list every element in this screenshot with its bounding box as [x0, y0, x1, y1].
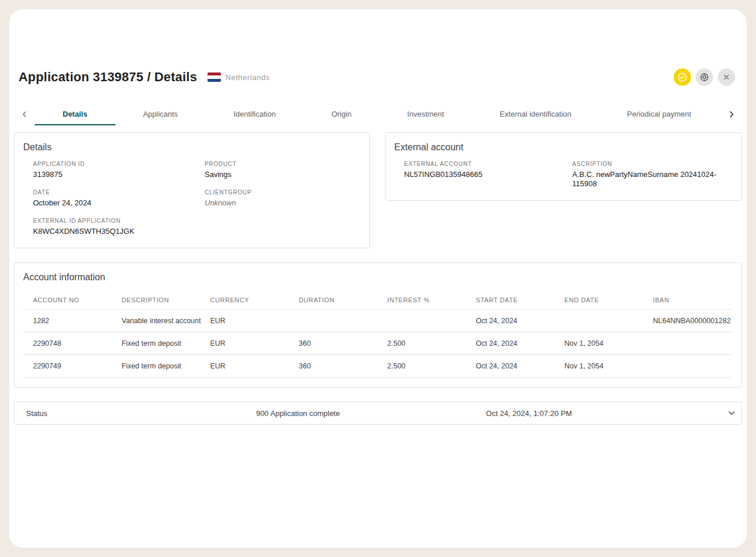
status-timestamp: Oct 24, 2024, 1:07:20 PM — [486, 409, 716, 418]
external-account-card-title: External account — [394, 141, 732, 154]
table-cell: Oct 24, 2024 — [467, 355, 555, 378]
chevron-left-icon — [20, 110, 29, 119]
field-product: PRODUCT Savings — [205, 161, 360, 179]
status-bar[interactable]: Status 900 Application complete Oct 24, … — [14, 402, 742, 425]
field-label: APPLICATION ID — [33, 161, 205, 167]
table-cell: Variable interest account — [112, 310, 201, 332]
table-cell — [555, 310, 644, 332]
header-actions — [674, 68, 735, 86]
field-value: 3139875 — [33, 170, 205, 179]
table-cell: EUR — [201, 355, 290, 378]
table-cell: 2.500 — [378, 355, 467, 378]
external-account-card: External account EXTERNAL ACCOUNT NL57IN… — [385, 132, 742, 201]
column-header: IBAN — [644, 291, 732, 310]
tab-periodical-payment[interactable]: Periodical payment — [599, 103, 719, 125]
content-area: Details APPLICATION ID 3139875 PRODUCT S… — [9, 125, 747, 425]
field-value: Unknown — [205, 198, 360, 208]
details-card-title: Details — [23, 141, 360, 154]
table-cell: 2290748 — [24, 332, 112, 355]
check-circle-icon — [677, 72, 688, 82]
table-cell: 2.500 — [378, 332, 467, 355]
status-label: Status — [26, 409, 256, 418]
table-cell: NL64NNBA0000001282 — [644, 310, 732, 332]
column-header: ACCOUNT NO — [24, 291, 112, 310]
field-external-id-application: EXTERNAL ID APPLICATION K8WC4XDN6SWTH35Q… — [33, 218, 205, 236]
settings-icon — [699, 72, 710, 82]
netherlands-flag-icon — [208, 73, 221, 82]
status-value: 900 Application complete — [256, 409, 486, 418]
table-cell: EUR — [201, 332, 290, 355]
field-value: A.B.C. newPartyNameSurname 20241024-1159… — [572, 170, 732, 189]
close-button[interactable] — [718, 68, 735, 86]
table-cell: Nov 1, 2054 — [555, 355, 644, 378]
field-label: ASCRIPTION — [572, 161, 732, 167]
field-label: PRODUCT — [205, 161, 360, 167]
chevron-right-icon — [726, 109, 737, 120]
table-cell: EUR — [201, 310, 290, 332]
table-cell: 360 — [289, 332, 378, 355]
column-header: DESCRIPTION — [112, 291, 201, 310]
table-cell: 360 — [289, 355, 378, 378]
tab-external-identification[interactable]: External identification — [472, 103, 599, 125]
tab-details[interactable]: Details — [35, 103, 115, 125]
table-cell — [644, 332, 732, 355]
tab-investment[interactable]: Investment — [379, 103, 472, 125]
column-header: START DATE — [467, 291, 555, 310]
field-value: NL57INGB0135948665 — [404, 170, 572, 179]
tab-origin[interactable]: Origin — [304, 103, 380, 125]
tab-list: Details Applicants Identification Origin… — [35, 103, 721, 125]
table-row[interactable]: 1282 Variable interest account EUR Oct 2… — [24, 310, 732, 332]
page-title: Application 3139875 / Details — [19, 68, 197, 86]
header: Application 3139875 / Details Netherland… — [9, 9, 747, 86]
settings-button[interactable] — [696, 68, 713, 86]
field-value: K8WC4XDN6SWTH35Q1JGK — [33, 227, 205, 236]
tab-identification[interactable]: Identification — [206, 103, 304, 125]
table-header-row: ACCOUNT NO DESCRIPTION CURRENCY DURATION… — [24, 291, 732, 310]
field-external-account: EXTERNAL ACCOUNT NL57INGB0135948665 — [404, 161, 572, 189]
table-cell — [378, 310, 467, 332]
table-cell — [644, 355, 732, 378]
account-information-title: Account information — [23, 271, 732, 284]
close-icon — [722, 73, 731, 82]
tabs-scroll-left-button[interactable] — [14, 103, 35, 125]
table-cell: Nov 1, 2054 — [555, 332, 644, 355]
approve-button[interactable] — [674, 68, 691, 86]
table-cell: Oct 24, 2024 — [467, 332, 555, 355]
column-header: DURATION — [289, 291, 378, 310]
tab-applicants[interactable]: Applicants — [115, 103, 206, 125]
column-header: INTEREST % — [378, 291, 467, 310]
table-cell: 1282 — [24, 310, 112, 332]
table-cell: Fixed term deposit — [112, 332, 201, 355]
field-label: DATE — [33, 189, 205, 196]
app-window: Application 3139875 / Details Netherland… — [9, 9, 747, 548]
column-header: CURRENCY — [201, 291, 290, 310]
field-date: DATE October 24, 2024 — [33, 189, 205, 208]
country-label: Netherlands — [226, 73, 270, 82]
field-ascription: ASCRIPTION A.B.C. newPartyNameSurname 20… — [572, 161, 732, 189]
field-label: EXTERNAL ID APPLICATION — [33, 218, 205, 224]
field-application-id: APPLICATION ID 3139875 — [33, 161, 205, 179]
account-information-table: ACCOUNT NO DESCRIPTION CURRENCY DURATION… — [24, 291, 732, 378]
tab-bar: Details Applicants Identification Origin… — [9, 103, 747, 125]
chevron-down-icon[interactable] — [726, 408, 737, 418]
field-clientgroup: CLIENTGROUP Unknown — [205, 189, 360, 208]
table-cell: 2290749 — [24, 355, 112, 378]
field-value: October 24, 2024 — [33, 198, 205, 208]
table-cell: Oct 24, 2024 — [467, 310, 555, 332]
field-label: CLIENTGROUP — [205, 189, 360, 196]
column-header: END DATE — [555, 291, 644, 310]
field-label: EXTERNAL ACCOUNT — [404, 161, 572, 167]
tabs-scroll-right-button[interactable] — [721, 103, 742, 125]
table-cell — [289, 310, 378, 332]
details-card: Details APPLICATION ID 3139875 PRODUCT S… — [14, 132, 370, 248]
field-value: Savings — [205, 170, 360, 179]
table-cell: Fixed term deposit — [112, 355, 201, 378]
table-row[interactable]: 2290748 Fixed term deposit EUR 360 2.500… — [24, 332, 732, 355]
table-row[interactable]: 2290749 Fixed term deposit EUR 360 2.500… — [24, 355, 732, 378]
account-information-card: Account information ACCOUNT NO DESCRIPTI… — [14, 262, 742, 388]
